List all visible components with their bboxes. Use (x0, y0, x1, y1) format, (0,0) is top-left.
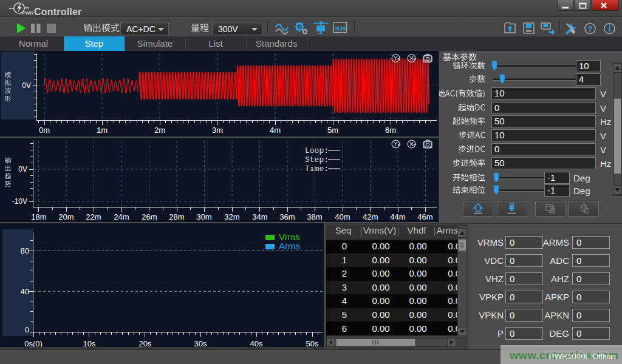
svg-text:50s: 50s (306, 339, 319, 348)
svg-text:20m: 20m (58, 212, 73, 221)
svg-text:36m: 36m (279, 212, 295, 221)
svg-text:20s: 20s (139, 339, 152, 348)
svg-text:?: ? (588, 24, 593, 33)
svg-text:40s: 40s (250, 339, 263, 348)
svg-text:46m: 46m (417, 212, 432, 221)
svg-text:5m: 5m (327, 126, 338, 135)
svg-text:30s: 30s (194, 339, 207, 348)
svg-text:Loop:: Loop: (305, 146, 329, 155)
svg-text:10s: 10s (83, 339, 96, 348)
svg-text:2m: 2m (154, 126, 165, 135)
svg-text:4m: 4m (270, 126, 281, 135)
svg-text:38m: 38m (307, 212, 322, 221)
svg-text:3m: 3m (212, 126, 223, 135)
svg-text:40: 40 (21, 287, 29, 296)
svg-text:Step:: Step: (305, 155, 329, 164)
svg-text:PWR: PWR (22, 10, 34, 16)
svg-text:42m: 42m (363, 212, 378, 221)
svg-text:28m: 28m (169, 212, 184, 221)
svg-text:0: 0 (25, 325, 29, 334)
svg-text:SCPI: SCPI (335, 25, 346, 32)
svg-text:Arms: Arms (279, 241, 300, 251)
svg-text:-10V: -10V (12, 197, 27, 206)
svg-text:6m: 6m (385, 126, 396, 135)
svg-text:22m: 22m (86, 212, 101, 221)
svg-text:32m: 32m (224, 212, 239, 221)
svg-text:0s(0): 0s(0) (24, 339, 43, 348)
svg-text:34m: 34m (252, 212, 267, 221)
svg-text:18m: 18m (31, 212, 46, 221)
svg-text:1m: 1m (97, 126, 108, 135)
svg-text:24m: 24m (114, 212, 129, 221)
svg-text:0m: 0m (39, 126, 50, 135)
svg-text:40m: 40m (335, 212, 350, 221)
svg-text:80: 80 (21, 246, 29, 255)
svg-text:0V: 0V (22, 81, 31, 90)
svg-text:0V: 0V (18, 165, 27, 174)
svg-text:30m: 30m (196, 212, 211, 221)
svg-text:26m: 26m (142, 212, 157, 221)
svg-text:44m: 44m (390, 212, 405, 221)
svg-text:Time:: Time: (305, 164, 329, 174)
